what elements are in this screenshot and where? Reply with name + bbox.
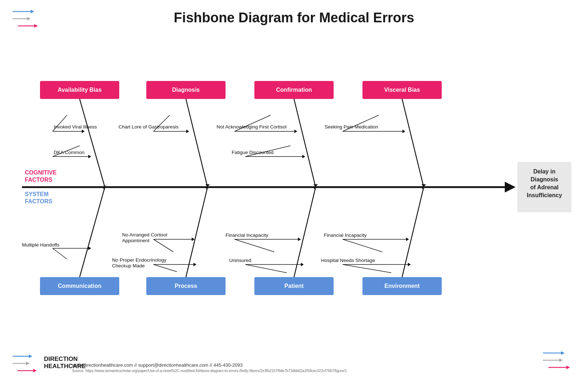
svg-text:FACTORS: FACTORS (25, 177, 52, 183)
svg-marker-70 (192, 238, 195, 241)
svg-text:Diagnosis: Diagnosis (172, 87, 200, 93)
svg-text:Uninsured: Uninsured (229, 258, 251, 263)
svg-text:Financial Incapacity: Financial Incapacity (324, 232, 367, 238)
svg-text:No Proper Endocrinology: No Proper Endocrinology (112, 257, 166, 263)
svg-marker-84 (298, 238, 301, 241)
svg-line-39 (294, 99, 316, 187)
svg-text:Multiple Handoffs: Multiple Handoffs (22, 242, 59, 248)
svg-text:Insufficiency: Insufficiency (527, 192, 562, 198)
svg-text:Availability Bias: Availability Bias (58, 87, 102, 93)
svg-text:Chart Lore of Gastroparesis: Chart Lore of Gastroparesis (119, 124, 179, 130)
svg-line-89 (245, 264, 287, 273)
svg-marker-1 (31, 10, 34, 13)
svg-marker-96 (406, 238, 409, 241)
svg-line-101 (343, 264, 391, 273)
svg-marker-26 (88, 155, 91, 158)
svg-text:Diagnosis: Diagnosis (531, 176, 558, 182)
svg-marker-114 (566, 366, 570, 369)
svg-marker-46 (302, 155, 305, 158)
page-title: Fishbone Diagram for Medical Errors (0, 0, 588, 29)
svg-line-63 (53, 248, 67, 259)
svg-text:No Arranged Cortisol: No Arranged Cortisol (122, 232, 167, 238)
svg-text:Confirmation: Confirmation (276, 87, 312, 93)
svg-marker-62 (88, 246, 91, 250)
footer-info: www.directionhealthcare.com // support@d… (72, 362, 347, 373)
svg-text:Delay in: Delay in (533, 168, 555, 175)
svg-line-85 (235, 239, 274, 252)
svg-marker-106 (26, 362, 30, 365)
svg-line-81 (294, 187, 316, 277)
svg-line-97 (343, 239, 382, 252)
footer-source: Source: https://www.semanticscholar.org/… (72, 369, 347, 373)
svg-text:Fatigue Discounted: Fatigue Discounted (232, 150, 273, 155)
top-left-arrows (11, 7, 40, 30)
svg-text:of Adrenal: of Adrenal (530, 184, 559, 190)
svg-marker-5 (34, 24, 38, 28)
svg-marker-104 (29, 354, 32, 358)
svg-line-31 (186, 99, 208, 187)
svg-text:Appointment: Appointment (122, 238, 150, 243)
svg-text:Checkup Made: Checkup Made (112, 263, 145, 268)
svg-marker-54 (402, 130, 405, 133)
svg-text:Visceral Bias: Visceral Bias (384, 87, 420, 93)
svg-text:FACTORS: FACTORS (25, 198, 52, 204)
svg-text:Patient: Patient (284, 283, 304, 289)
svg-line-51 (402, 99, 424, 187)
svg-text:Environment: Environment (384, 283, 420, 289)
svg-text:Process: Process (175, 283, 197, 289)
svg-text:Hospital Needs Shortage: Hospital Needs Shortage (321, 258, 375, 263)
svg-line-59 (80, 187, 105, 277)
svg-text:COGNITIVE: COGNITIVE (25, 169, 57, 176)
svg-text:Not Acknowledging First Cortis: Not Acknowledging First Cortisol (217, 124, 286, 130)
svg-text:Invoked Viral Illness: Invoked Viral Illness (54, 124, 97, 130)
svg-line-71 (153, 239, 173, 252)
svg-marker-110 (561, 351, 565, 355)
fishbone-diagram: Delay in Diagnosis of Adrenal Insufficie… (11, 40, 577, 335)
svg-marker-108 (33, 369, 37, 372)
svg-text:Seeking Pain Medication: Seeking Pain Medication (325, 124, 378, 130)
svg-line-19 (80, 99, 105, 187)
footer-website: www.directionhealthcare.com // support@d… (72, 362, 347, 368)
svg-text:Communication: Communication (58, 283, 102, 289)
svg-marker-88 (301, 263, 304, 266)
svg-marker-22 (82, 130, 85, 133)
svg-text:Financial Incapacity: Financial Incapacity (226, 232, 268, 238)
logo-arrows (11, 352, 40, 374)
svg-marker-100 (408, 263, 411, 266)
svg-marker-42 (294, 130, 297, 133)
svg-text:SYSTEM: SYSTEM (25, 191, 49, 197)
svg-marker-75 (193, 263, 196, 266)
svg-marker-112 (559, 358, 563, 362)
svg-line-67 (186, 187, 208, 277)
svg-line-76 (153, 264, 177, 272)
svg-line-93 (402, 187, 424, 277)
svg-marker-3 (27, 17, 31, 21)
bottom-right-arrows (541, 349, 577, 374)
svg-marker-7 (505, 182, 516, 193)
svg-text:DKA Common: DKA Common (54, 150, 85, 155)
svg-marker-34 (186, 130, 189, 133)
